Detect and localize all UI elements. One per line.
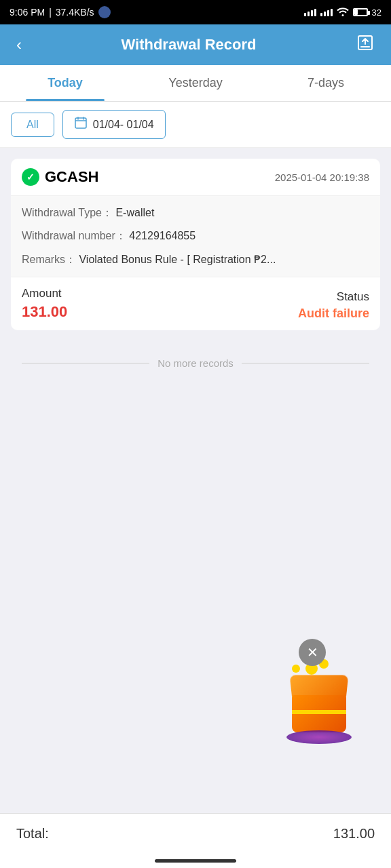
header: ‹ Withdrawal Record — [0, 24, 391, 65]
tab-today[interactable]: Today — [0, 65, 130, 101]
home-bar — [155, 859, 236, 863]
status-time: 9:06 PM — [10, 7, 45, 18]
record-details: Withdrawal Type： E-wallet Withdrawal num… — [11, 196, 380, 277]
no-more-line-left — [22, 363, 149, 363]
chest-lid — [290, 675, 349, 696]
filter-bar: All 01/04- 01/04 — [0, 102, 391, 148]
status-left: 9:06 PM | 37.4KB/s — [10, 6, 111, 18]
gcash-dot: ✓ — [22, 168, 39, 186]
withdrawal-type-row: Withdrawal Type： E-wallet — [22, 205, 369, 220]
date-range-button[interactable]: 01/04- 01/04 — [62, 110, 166, 139]
svg-rect-1 — [75, 118, 86, 128]
gcash-logo: ✓ GCASH — [22, 168, 98, 186]
amount-value: 131.00 — [22, 303, 67, 321]
float-area: ✕ — [0, 605, 391, 813]
battery-percent: 32 — [372, 7, 381, 18]
withdrawal-type-value: E-wallet — [115, 207, 154, 218]
tab-yesterday[interactable]: Yesterday — [130, 65, 261, 101]
treasure-chest[interactable] — [278, 659, 360, 747]
withdrawal-number-row: Withdrawal number： 42129164855 — [22, 229, 369, 243]
bottom-bar: Total: 131.00 — [0, 813, 391, 854]
date-range-value: 01/04- 01/04 — [93, 119, 154, 131]
wifi-icon — [337, 7, 349, 18]
upload-icon[interactable] — [350, 28, 380, 62]
status-app-icon — [98, 6, 111, 18]
provider-name: GCASH — [45, 168, 98, 186]
withdrawal-type-label: Withdrawal Type： — [22, 207, 113, 218]
chest-base — [286, 730, 352, 744]
content: ✓ GCASH 2025-01-04 20:19:38 Withdrawal T… — [0, 148, 391, 605]
amount-section: Amount 131.00 — [22, 287, 67, 321]
calendar-icon — [74, 116, 88, 133]
withdrawal-number-value: 42129164855 — [129, 230, 196, 241]
chest-trim — [292, 710, 346, 714]
record-datetime: 2025-01-04 20:19:38 — [275, 172, 369, 183]
home-indicator — [0, 854, 391, 868]
record-footer: Amount 131.00 Status Audit failure — [11, 277, 380, 330]
coin-3 — [292, 665, 300, 673]
tab-7days[interactable]: 7-days — [261, 65, 391, 101]
status-label: Status — [298, 290, 369, 304]
back-button[interactable]: ‹ — [11, 30, 27, 60]
status-bar: 9:06 PM | 37.4KB/s 32 — [0, 0, 391, 24]
no-more-records: No more records — [11, 341, 380, 385]
status-section: Status Audit failure — [298, 290, 369, 321]
status-value: Audit failure — [298, 307, 369, 321]
withdrawal-number-label: Withdrawal number： — [22, 230, 126, 241]
status-network: | — [49, 7, 52, 18]
amount-label: Amount — [22, 287, 67, 300]
status-speed: 37.4KB/s — [56, 7, 94, 18]
remarks-label: Remarks： — [22, 254, 76, 265]
total-value: 131.00 — [333, 826, 375, 842]
remarks-value: Violated Bonus Rule - [ Registration ₱2.… — [79, 254, 276, 265]
total-label: Total: — [16, 826, 49, 842]
no-more-text: No more records — [157, 357, 234, 369]
tabs: Today Yesterday 7-days — [0, 65, 391, 102]
record-card: ✓ GCASH 2025-01-04 20:19:38 Withdrawal T… — [11, 159, 380, 330]
filter-all-button[interactable]: All — [11, 113, 54, 137]
battery-icon — [353, 8, 368, 16]
no-more-line-right — [242, 363, 369, 363]
remarks-row: Remarks： Violated Bonus Rule - [ Registr… — [22, 252, 369, 267]
signal-bars-2 — [320, 9, 333, 16]
close-float-button[interactable]: ✕ — [299, 639, 326, 666]
page-title: Withdrawal Record — [27, 36, 350, 54]
status-right: 32 — [304, 7, 381, 18]
record-header: ✓ GCASH 2025-01-04 20:19:38 — [11, 159, 380, 196]
signal-bars — [304, 9, 316, 16]
